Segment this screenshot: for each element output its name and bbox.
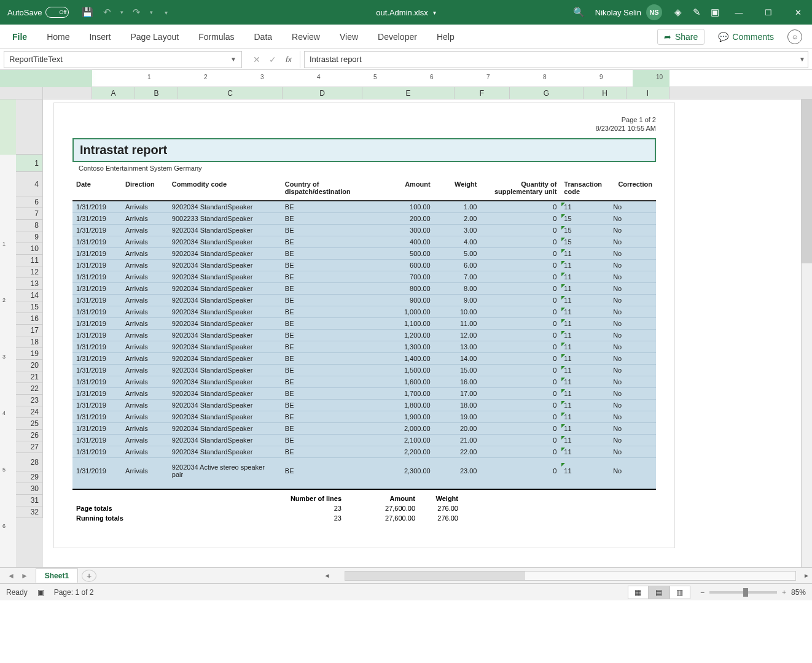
tab-formulas[interactable]: Formulas [189, 25, 244, 49]
minimize-button[interactable]: — [725, 0, 753, 25]
row-header-11[interactable]: 11 [16, 255, 43, 266]
vscroll-thumb[interactable] [802, 99, 812, 263]
cancel-formula-icon[interactable]: ✕ [249, 52, 264, 67]
vertical-scrollbar[interactable] [801, 99, 812, 567]
tab-view[interactable]: View [330, 25, 368, 49]
view-normal-icon[interactable]: ▦ [628, 586, 649, 599]
tab-developer[interactable]: Developer [368, 25, 427, 49]
select-all-corner[interactable] [0, 87, 43, 99]
row-header-blank[interactable] [16, 99, 43, 155]
filename-dropdown-icon[interactable]: ▾ [433, 9, 436, 16]
view-page-layout-icon[interactable]: ▤ [649, 586, 670, 599]
row-header-13[interactable]: 13 [16, 278, 43, 290]
hscroll-right-icon[interactable]: ► [801, 572, 812, 579]
row-header-10[interactable]: 10 [16, 243, 43, 255]
row-header-32[interactable]: 32 [16, 506, 43, 518]
formula-expand-icon[interactable]: ▼ [799, 56, 805, 63]
row-header-16[interactable]: 16 [16, 313, 43, 325]
row-header-22[interactable]: 22 [16, 383, 43, 395]
col-b[interactable]: B [135, 87, 178, 99]
row-header-28[interactable]: 28 [16, 453, 43, 471]
sheet-nav-next-icon[interactable]: ► [18, 572, 31, 580]
col-d[interactable]: D [283, 87, 362, 99]
tab-file[interactable]: File [2, 25, 37, 49]
horizontal-scrollbar[interactable] [345, 571, 796, 581]
page-canvas[interactable]: Page 1 of 2 8/23/2021 10:55 AM Intrastat… [43, 99, 812, 567]
row-header-12[interactable]: 12 [16, 266, 43, 278]
row-header-29[interactable]: 29 [16, 471, 43, 483]
row-header-19[interactable]: 19 [16, 348, 43, 360]
row-header-4[interactable]: 4 [16, 172, 43, 196]
col-g[interactable]: G [510, 87, 584, 99]
row-header-18[interactable]: 18 [16, 336, 43, 348]
insert-function-icon[interactable]: fx [281, 52, 296, 67]
table-row: 1/31/2019Arrivals9202034 StandardSpeaker… [72, 411, 656, 422]
row-header-23[interactable]: 23 [16, 395, 43, 406]
row-header-17[interactable]: 17 [16, 325, 43, 336]
vertical-ruler: 1 2 3 4 5 6 [0, 99, 16, 567]
tab-help[interactable]: Help [427, 25, 464, 49]
col-f[interactable]: F [455, 87, 510, 99]
row-header-9[interactable]: 9 [16, 231, 43, 243]
view-page-break-icon[interactable]: ▥ [670, 586, 690, 599]
row-header-21[interactable]: 21 [16, 371, 43, 383]
row-header-6[interactable]: 6 [16, 196, 43, 208]
row-header-8[interactable]: 8 [16, 220, 43, 231]
add-sheet-button[interactable]: + [82, 570, 96, 582]
sheet-tab-sheet1[interactable]: Sheet1 [36, 568, 78, 583]
hscroll-thumb[interactable] [345, 572, 525, 580]
row-header-24[interactable]: 24 [16, 406, 43, 418]
coming-soon-icon[interactable]: ✎ [688, 4, 705, 21]
row-header-20[interactable]: 20 [16, 360, 43, 371]
col-a[interactable]: A [92, 87, 135, 99]
col-h[interactable]: H [584, 87, 627, 99]
col-i[interactable]: I [627, 87, 670, 99]
row-header-15[interactable]: 15 [16, 301, 43, 313]
col-blank[interactable] [43, 87, 92, 99]
zoom-slider[interactable] [709, 591, 777, 594]
macro-record-icon[interactable]: ▣ [37, 588, 44, 597]
accept-formula-icon[interactable]: ✓ [265, 52, 280, 67]
undo-dropdown-icon[interactable]: ▾ [118, 4, 125, 21]
autosave-toggle[interactable]: AutoSave Off [0, 7, 76, 18]
maximize-button[interactable]: ☐ [754, 0, 783, 25]
close-button[interactable]: ✕ [784, 0, 812, 25]
running-totals-label: Running totals [72, 513, 222, 523]
share-button[interactable]: ➦ Share [657, 29, 705, 45]
row-header-26[interactable]: 26 [16, 430, 43, 441]
undo-icon[interactable]: ↶ [98, 4, 115, 21]
redo-icon[interactable]: ↷ [128, 4, 145, 21]
hscroll-left-icon[interactable]: ◄ [321, 572, 332, 579]
col-c[interactable]: C [178, 87, 283, 99]
row-header-7[interactable]: 7 [16, 208, 43, 220]
comments-button[interactable]: 💬 Comments [712, 29, 780, 44]
tab-insert[interactable]: Insert [79, 25, 120, 49]
col-e[interactable]: E [362, 87, 455, 99]
row-header-27[interactable]: 27 [16, 441, 43, 453]
save-icon[interactable]: 💾 [79, 4, 96, 21]
report-title-cell[interactable]: Intrastat report [72, 138, 656, 162]
row-header-1[interactable]: 1 [16, 155, 43, 172]
diamond-icon[interactable]: ◈ [670, 4, 687, 21]
search-icon[interactable]: 🔍 [571, 4, 588, 21]
ribbon-display-icon[interactable]: ▣ [706, 4, 724, 21]
tab-review[interactable]: Review [282, 25, 330, 49]
tab-home[interactable]: Home [37, 25, 79, 49]
zoom-out-button[interactable]: − [700, 588, 705, 597]
user-account[interactable]: Nikolay Selin NS [589, 4, 668, 20]
feedback-icon[interactable]: ☺ [787, 29, 802, 44]
sheet-nav-prev-icon[interactable]: ◄ [5, 572, 17, 580]
row-header-30[interactable]: 30 [16, 483, 43, 495]
name-box-dropdown-icon[interactable]: ▼ [230, 56, 236, 63]
qat-customize-icon[interactable]: ▾ [157, 4, 174, 21]
tab-data[interactable]: Data [244, 25, 282, 49]
row-header-14[interactable]: 14 [16, 290, 43, 301]
name-box[interactable]: ReportTitleText ▼ [4, 51, 242, 68]
table-row: 1/31/2019Arrivals9202034 StandardSpeaker… [72, 422, 656, 434]
zoom-in-button[interactable]: + [782, 588, 786, 597]
formula-input[interactable]: Intrastat report ▼ [304, 51, 808, 68]
row-header-25[interactable]: 25 [16, 418, 43, 430]
row-header-31[interactable]: 31 [16, 495, 43, 506]
tab-page-layout[interactable]: Page Layout [121, 25, 189, 49]
redo-dropdown-icon[interactable]: ▾ [147, 4, 155, 21]
